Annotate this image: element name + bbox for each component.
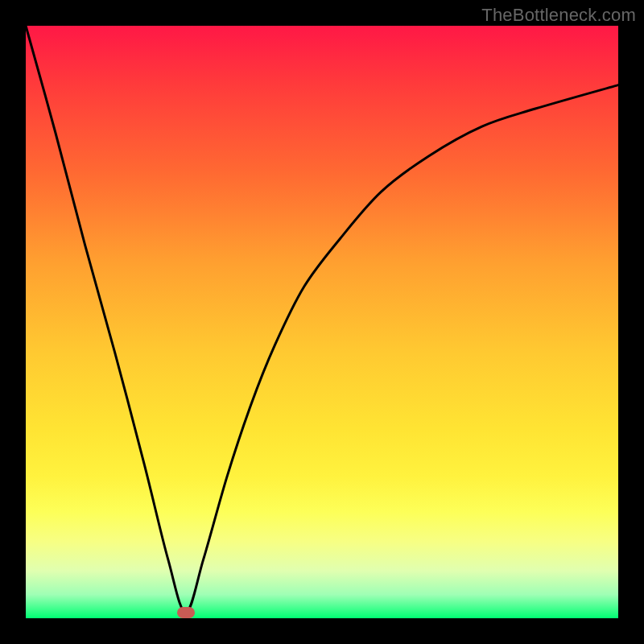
bottleneck-curve [26,26,618,613]
chart-curve-layer [26,26,618,618]
watermark-text: TheBottleneck.com [481,5,636,26]
chart-plot-area [26,26,618,618]
minimum-marker [177,607,195,618]
